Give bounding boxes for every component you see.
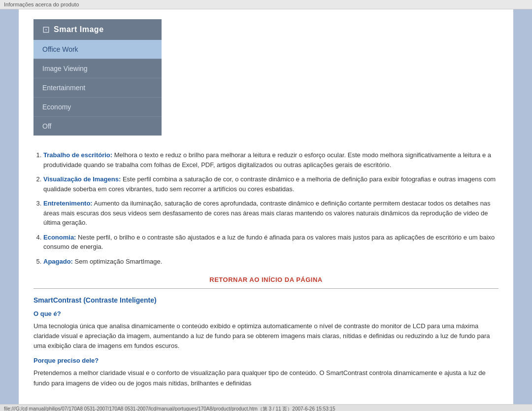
- menu-item-image-viewing[interactable]: Image Viewing: [33, 59, 162, 78]
- smart-image-menu: Office Work Image Viewing Entertainment …: [33, 40, 162, 136]
- subsection2-text: Pretendemos a melhor claridade visual e …: [33, 368, 499, 388]
- list-item: Entretenimento: Aumento da iluminação, s…: [43, 199, 499, 228]
- smart-image-widget: ⊡ Smart Image Office Work Image Viewing …: [33, 19, 162, 136]
- sidebar-right: [513, 9, 532, 404]
- term-link-office[interactable]: Trabalho de escritório:: [43, 151, 112, 159]
- list-item: Visualização de Imagens: Este perfil com…: [43, 174, 499, 194]
- list-item: Economia: Neste perfil, o brilho e o con…: [43, 233, 499, 252]
- return-link-container: RETORNAR AO INÍCIO DA PÁGINA: [33, 276, 499, 283]
- status-bar: file:///G:/cd manual/philips/07/170A8 05…: [0, 404, 532, 411]
- content-area: ⊡ Smart Image Office Work Image Viewing …: [19, 9, 513, 404]
- menu-item-off[interactable]: Off: [33, 117, 162, 136]
- subsection1-text: Uma tecnologia única que analisa dinamic…: [33, 321, 499, 351]
- description-list: Trabalho de escritório: Melhora o texto …: [33, 150, 499, 266]
- top-bar: Informações acerca do produto: [0, 0, 532, 9]
- topbar-label: Informações acerca do produto: [4, 1, 79, 7]
- smart-contrast-title: SmartContrast (Contraste Inteligente): [33, 296, 499, 304]
- menu-item-economy[interactable]: Economy: [33, 98, 162, 117]
- subsection2-title: Porque preciso dele?: [33, 357, 499, 364]
- menu-item-entertainment[interactable]: Entertainment: [33, 78, 162, 98]
- term-link-images[interactable]: Visualização de Imagens:: [43, 175, 121, 183]
- smart-image-icon: ⊡: [42, 24, 50, 35]
- smart-image-header: ⊡ Smart Image: [33, 19, 162, 40]
- term-link-economy[interactable]: Economia:: [43, 234, 76, 241]
- menu-item-office-work[interactable]: Office Work: [33, 40, 162, 59]
- status-text: file:///G:/cd manual/philips/07/170A8 05…: [4, 406, 335, 411]
- list-item: Trabalho de escritório: Melhora o texto …: [43, 150, 499, 170]
- subsection1-title: O que é?: [33, 310, 499, 317]
- sidebar-left: [0, 9, 19, 404]
- list-item: Apagado: Sem optimização SmartImage.: [43, 257, 499, 267]
- smart-image-title: Smart Image: [54, 25, 104, 34]
- term-link-entertainment[interactable]: Entretenimento:: [43, 200, 93, 207]
- return-link[interactable]: RETORNAR AO INÍCIO DA PÁGINA: [209, 276, 322, 283]
- section-divider: [33, 288, 499, 289]
- term-link-off[interactable]: Apagado:: [43, 258, 73, 265]
- smart-contrast-section: SmartContrast (Contraste Inteligente) O …: [33, 296, 499, 388]
